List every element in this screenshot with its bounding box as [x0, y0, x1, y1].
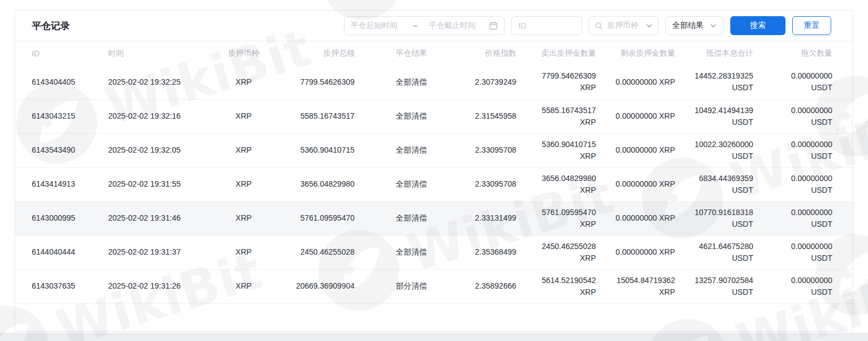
cell-total: 3656.04829980 [277, 167, 359, 201]
filter-bar: 平仓起始时间 – 平仓截止时间 质押币种 全部结果 [344, 16, 831, 35]
cell-compensation: 4621.64675280 USDT [680, 235, 758, 269]
cell-sold: 2450.46255028 XRP [521, 235, 600, 269]
cell-compensation: 14452.28319325 USDT [680, 65, 758, 99]
cell-id: 6143543490 [15, 133, 104, 167]
cell-arrears: 0.00000000 USDT [758, 235, 855, 269]
cell-compensation: 13257.90702584 USDT [680, 269, 758, 303]
table-row[interactable]: 6143000995 2025-02-02 19:31:46 XRP 5761.… [15, 201, 855, 235]
table-row[interactable]: 6143043215 2025-02-02 19:32:16 XRP 5585.… [15, 99, 855, 133]
cell-coin: XRP [210, 235, 277, 269]
cell-total: 5585.16743517 [277, 99, 359, 133]
table-row[interactable]: 6144040444 2025-02-02 19:31:37 XRP 2450.… [15, 235, 855, 269]
cell-id: 6143404405 [15, 65, 104, 99]
col-header-sold: 卖出质押金数量 [521, 41, 600, 65]
cell-result: 全部清偿 [359, 235, 464, 269]
cell-id: 6143037635 [15, 269, 104, 303]
cell-price-index: 2.30739249 [464, 65, 521, 99]
cell-id: 6143043215 [15, 99, 104, 133]
id-input[interactable] [511, 16, 582, 35]
col-header-arrears: 拖欠数量 [758, 41, 855, 65]
page-title: 平仓记录 [32, 20, 70, 32]
chevron-down-icon [710, 24, 716, 28]
cell-price-index: 2.31545958 [464, 99, 521, 133]
cell-time: 2025-02-02 19:31:46 [104, 201, 210, 235]
col-header-remaining: 剩余质押金数量 [600, 41, 680, 65]
cell-coin: XRP [210, 269, 277, 303]
cell-time: 2025-02-02 19:31:37 [104, 235, 210, 269]
col-header-compensation: 抵偿本息合计 [680, 41, 758, 65]
date-range-picker[interactable]: 平仓起始时间 – 平仓截止时间 [344, 16, 505, 35]
cell-arrears: 0.00000000 USDT [758, 133, 855, 167]
cell-result: 全部清偿 [359, 201, 464, 235]
cell-time: 2025-02-02 19:31:26 [104, 269, 210, 303]
records-table: ID 时间 质押币种 质押总额 平仓结果 价格指数 卖出质押金数量 剩余质押金数… [15, 41, 855, 304]
cell-arrears: 0.00000000 USDT [758, 201, 855, 235]
col-header-coin: 质押币种 [210, 41, 277, 65]
cell-result: 全部清偿 [359, 65, 464, 99]
cell-remaining: 0.00000000 XRP [600, 65, 680, 99]
cell-id: 6143414913 [15, 167, 104, 201]
cell-coin: XRP [210, 133, 277, 167]
table-row[interactable]: 6143543490 2025-02-02 19:32:05 XRP 5360.… [15, 133, 855, 167]
cell-result: 全部清偿 [359, 167, 464, 201]
cell-coin: XRP [210, 99, 277, 133]
cell-id: 6144040444 [15, 235, 104, 269]
cell-remaining: 0.00000000 XRP [600, 99, 680, 133]
cell-total: 2450.46255028 [277, 235, 359, 269]
cell-sold: 5614.52190542 XRP [521, 269, 600, 303]
cell-arrears: 0.00000000 USDT [758, 167, 855, 201]
cell-remaining: 15054.84719362 XRP [600, 269, 680, 303]
cell-total: 7799.54626309 [277, 65, 359, 99]
cell-id: 6143000995 [15, 201, 104, 235]
col-header-time: 时间 [104, 41, 210, 65]
calendar-icon [489, 21, 498, 30]
cell-arrears: 0.00000000 USDT [758, 99, 855, 133]
chevron-down-icon [646, 24, 652, 28]
cell-coin: XRP [210, 167, 277, 201]
cell-sold: 5585.16743517 XRP [521, 99, 600, 133]
cell-result: 全部清偿 [359, 99, 464, 133]
cell-compensation: 10022.30260000 USDT [680, 133, 758, 167]
cell-price-index: 2.35368499 [464, 235, 521, 269]
cell-coin: XRP [210, 65, 277, 99]
close-position-records-card: 平仓记录 平仓起始时间 – 平仓截止时间 质押币种 [14, 10, 853, 332]
cell-price-index: 2.35892666 [464, 269, 521, 303]
cell-remaining: 0.00000000 XRP [600, 235, 680, 269]
col-header-price-index: 价格指数 [464, 41, 521, 65]
reset-button[interactable]: 重置 [792, 16, 831, 35]
col-header-total: 质押总额 [277, 41, 359, 65]
cell-compensation: 6834.44369359 USDT [680, 167, 758, 201]
cell-time: 2025-02-02 19:32:05 [104, 133, 210, 167]
search-button[interactable]: 搜索 [730, 16, 785, 35]
coin-select[interactable]: 质押币种 [589, 16, 658, 35]
cell-price-index: 2.33131499 [464, 201, 521, 235]
col-header-result: 平仓结果 [359, 41, 464, 65]
coin-select-placeholder: 质押币种 [607, 21, 642, 31]
page-footer-strip [0, 333, 868, 341]
card-header: 平仓记录 平仓起始时间 – 平仓截止时间 质押币种 [15, 11, 852, 41]
cell-compensation: 10492.41494139 USDT [680, 99, 758, 133]
cell-arrears: 0.00000000 USDT [758, 269, 855, 303]
cell-price-index: 2.33095708 [464, 133, 521, 167]
date-range-separator: – [411, 21, 420, 30]
result-select-value: 全部结果 [672, 21, 710, 31]
cell-sold: 7799.54626309 XRP [521, 65, 600, 99]
search-icon [595, 22, 603, 30]
cell-time: 2025-02-02 19:32:16 [104, 99, 210, 133]
cell-total: 5761.09595470 [277, 201, 359, 235]
cell-sold: 3656.04829980 XRP [521, 167, 600, 201]
date-start-input[interactable]: 平仓起始时间 [351, 21, 411, 31]
table-row[interactable]: 6143404405 2025-02-02 19:32:25 XRP 7799.… [15, 65, 855, 99]
date-end-input[interactable]: 平仓截止时间 [420, 21, 489, 31]
result-select[interactable]: 全部结果 [665, 16, 724, 35]
cell-remaining: 0.00000000 XRP [600, 167, 680, 201]
cell-remaining: 0.00000000 XRP [600, 133, 680, 167]
cell-compensation: 10770.91618318 USDT [680, 201, 758, 235]
cell-result: 全部清偿 [359, 133, 464, 167]
cell-total: 5360.90410715 [277, 133, 359, 167]
cell-total: 20669.36909904 [277, 269, 359, 303]
cell-price-index: 2.33095708 [464, 167, 521, 201]
table-row[interactable]: 6143037635 2025-02-02 19:31:26 XRP 20669… [15, 269, 855, 303]
col-header-id: ID [15, 41, 104, 65]
table-row[interactable]: 6143414913 2025-02-02 19:31:55 XRP 3656.… [15, 167, 855, 201]
